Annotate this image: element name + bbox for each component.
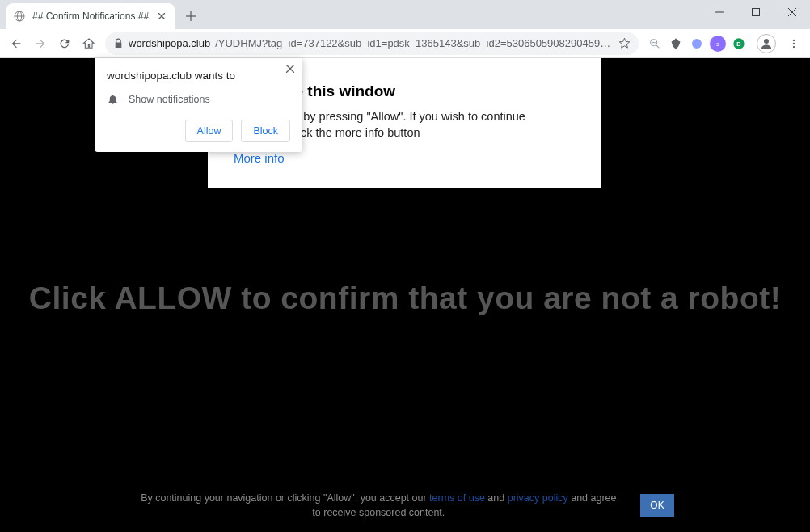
extension-icon-3[interactable]: s (710, 36, 726, 52)
svg-rect-1 (752, 9, 759, 16)
privacy-link[interactable]: privacy policy (508, 492, 568, 504)
zoom-icon[interactable] (647, 36, 663, 52)
svg-point-21 (793, 42, 795, 44)
extension-icons: s B (643, 36, 750, 52)
address-bar[interactable]: wordshipopa.club/YUDHMJ?tag_id=737122&su… (105, 32, 639, 55)
browser-tab[interactable]: ## Confirm Notifications ## (6, 3, 175, 29)
terms-link[interactable]: terms of use (429, 492, 485, 504)
tab-strip: ## Confirm Notifications ## (0, 0, 810, 29)
more-info-link[interactable]: More info (234, 151, 576, 165)
window-close-button[interactable] (774, 0, 810, 24)
page-headline: Click ALLOW to confirm that you are not … (0, 281, 810, 316)
permission-label: Show notifications (129, 94, 210, 105)
bookmark-star-icon[interactable] (618, 37, 631, 49)
lock-icon (113, 38, 124, 49)
web-page: " to close this window an be closed by p… (0, 58, 810, 532)
window-minimize-button[interactable] (701, 0, 737, 24)
browser-toolbar: wordshipopa.club/YUDHMJ?tag_id=737122&su… (0, 29, 810, 58)
back-button[interactable] (5, 32, 27, 55)
notification-permission-dialog: wordshipopa.club wants to Show notificat… (95, 58, 302, 152)
globe-icon (13, 10, 26, 23)
svg-point-14 (692, 39, 702, 49)
svg-line-12 (656, 45, 659, 48)
extension-icon-2[interactable] (689, 36, 705, 52)
extension-icon-1[interactable] (668, 36, 684, 52)
svg-text:s: s (716, 40, 719, 47)
reload-button[interactable] (53, 32, 76, 55)
window-maximize-button[interactable] (737, 0, 774, 24)
block-button[interactable]: Block (241, 120, 290, 142)
window-controls (701, 0, 810, 24)
kebab-menu-button[interactable] (783, 32, 805, 55)
extension-icon-4[interactable]: B (731, 36, 747, 52)
url-host: wordshipopa.club (129, 37, 210, 49)
svg-point-20 (793, 39, 795, 40)
footer-ok-button[interactable]: OK (640, 494, 673, 517)
url-path: /YUDHMJ?tag_id=737122&sub_id1=pdsk_13651… (215, 37, 614, 49)
page-footer: By continuing your navigation or clickin… (0, 491, 810, 521)
svg-text:B: B (736, 40, 740, 47)
forward-button[interactable] (29, 32, 52, 55)
allow-button[interactable]: Allow (185, 120, 234, 142)
home-button[interactable] (78, 32, 100, 55)
svg-point-19 (764, 39, 769, 44)
tab-close-button[interactable] (155, 10, 168, 23)
profile-avatar-button[interactable] (757, 34, 776, 53)
permission-close-button[interactable] (286, 65, 294, 73)
permission-origin-text: wordshipopa.club wants to (107, 70, 290, 82)
tab-title: ## Confirm Notifications ## (32, 11, 155, 22)
bell-icon (107, 93, 119, 105)
footer-text: By continuing your navigation or clickin… (136, 491, 621, 521)
new-tab-button[interactable] (179, 5, 202, 27)
svg-point-22 (793, 45, 795, 47)
